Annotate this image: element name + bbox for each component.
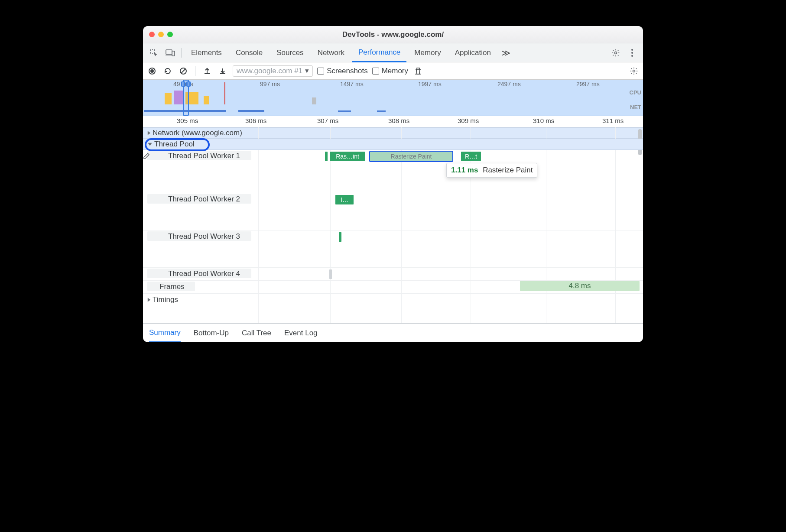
reload-record-button[interactable]: [162, 65, 173, 77]
download-profile-button[interactable]: [217, 65, 228, 77]
btab-summary[interactable]: Summary: [149, 324, 181, 342]
cpu-activity: [312, 97, 316, 104]
section-timings[interactable]: Timings: [143, 294, 643, 305]
svg-point-6: [631, 55, 633, 57]
ruler-tick: 305 ms: [177, 117, 198, 124]
frames-label: Frames: [159, 282, 185, 291]
profile-name: www.google.com #1: [237, 67, 302, 75]
cpu-activity: [174, 91, 184, 104]
tab-application[interactable]: Application: [449, 43, 497, 62]
net-activity: [238, 110, 264, 112]
worker-row-3: Thread Pool Worker 3: [143, 230, 643, 268]
tab-elements[interactable]: Elements: [185, 43, 228, 62]
clear-button[interactable]: [178, 65, 189, 77]
memory-label: Memory: [382, 67, 408, 75]
overview-selection[interactable]: || ||: [183, 80, 189, 116]
flame-event[interactable]: [339, 232, 341, 242]
profile-dropdown[interactable]: www.google.com #1 ▾: [233, 65, 313, 77]
worker-row-1: Thread Pool Worker 1 Ras…int Rasterize P…: [143, 150, 643, 193]
inspect-element-icon[interactable]: [146, 45, 161, 60]
tab-memory[interactable]: Memory: [408, 43, 447, 62]
frames-row[interactable]: Frames 4.8 ms: [143, 281, 643, 294]
devtools-window: DevTools - www.google.com/ Elements Cons…: [143, 26, 643, 342]
svg-point-4: [631, 49, 633, 51]
selection-handle-left[interactable]: ||: [181, 81, 185, 87]
section-network[interactable]: Network (www.google.com): [143, 127, 643, 139]
tab-sources[interactable]: Sources: [270, 43, 309, 62]
tab-console[interactable]: Console: [230, 43, 269, 62]
kebab-menu-icon[interactable]: [625, 45, 640, 60]
svg-rect-1: [166, 50, 172, 54]
btab-event-log[interactable]: Event Log: [284, 324, 318, 343]
selection-handle-right[interactable]: ||: [186, 81, 191, 87]
collapse-icon: [148, 143, 152, 146]
svg-point-3: [615, 52, 617, 54]
expand-icon: [148, 298, 150, 302]
flame-event[interactable]: Ras…int: [330, 152, 365, 161]
event-tooltip: 1.11 ms Rasterize Paint: [446, 163, 537, 178]
tab-network[interactable]: Network: [312, 43, 351, 62]
screenshots-checkbox[interactable]: Screenshots: [317, 67, 368, 75]
settings-icon[interactable]: [608, 45, 623, 60]
upload-profile-button[interactable]: [201, 65, 213, 77]
garbage-collect-icon[interactable]: [412, 65, 424, 77]
flame-chart[interactable]: Network (www.google.com) Thread Pool Thr…: [143, 127, 643, 323]
memory-checkbox[interactable]: Memory: [372, 67, 408, 75]
ruler-tick: 310 ms: [533, 117, 554, 124]
perf-toolbar: www.google.com #1 ▾ Screenshots Memory: [143, 62, 643, 80]
separator: [195, 66, 195, 76]
record-button[interactable]: [146, 65, 158, 77]
cpu-activity: [204, 96, 209, 104]
worker-row-4: Thread Pool Worker 4: [143, 268, 643, 281]
net-activity: [338, 110, 351, 112]
capture-settings-icon[interactable]: [628, 65, 640, 77]
section-label: Thread Pool: [154, 140, 195, 149]
worker-row-2: Thread Pool Worker 2 I…: [143, 193, 643, 230]
svg-point-10: [633, 70, 635, 72]
separator: [181, 48, 182, 58]
flame-event[interactable]: R…t: [461, 152, 481, 161]
window-title: DevTools - www.google.com/: [143, 30, 643, 39]
section-thread-pool[interactable]: Thread Pool: [143, 139, 643, 150]
tooltip-duration: 1.11 ms: [451, 166, 478, 174]
flame-event-selected[interactable]: Rasterize Paint: [370, 152, 452, 161]
device-toolbar-icon[interactable]: [163, 45, 178, 60]
cpu-activity: [165, 93, 172, 104]
overview-cpu-label: CPU: [630, 89, 641, 96]
overview-timeline[interactable]: 497 ms 997 ms 1497 ms 1997 ms 2497 ms 29…: [143, 80, 643, 116]
screenshots-label: Screenshots: [327, 67, 368, 75]
titlebar: DevTools - www.google.com/: [143, 26, 643, 43]
flame-event[interactable]: [329, 269, 332, 279]
flame-event[interactable]: [325, 152, 328, 161]
chevron-down-icon: ▾: [305, 66, 309, 75]
tooltip-name: Rasterize Paint: [483, 166, 533, 174]
overview-net-label: NET: [630, 104, 641, 110]
net-activity: [377, 110, 386, 112]
flame-event[interactable]: I…: [335, 195, 354, 204]
panel-tabs: Elements Console Sources Network Perform…: [143, 43, 643, 62]
btab-bottom-up[interactable]: Bottom-Up: [194, 324, 229, 343]
marker: [224, 82, 225, 104]
ruler-tick: 306 ms: [245, 117, 266, 124]
ruler-tick: 309 ms: [458, 117, 479, 124]
frame-block[interactable]: 4.8 ms: [520, 281, 640, 291]
ruler-tick: 311 ms: [602, 117, 624, 124]
ruler-tick: 307 ms: [317, 117, 338, 124]
btab-call-tree[interactable]: Call Tree: [242, 324, 271, 343]
ruler-tick: 308 ms: [388, 117, 409, 124]
tabs-overflow-button[interactable]: ≫: [499, 43, 513, 62]
details-tabs: Summary Bottom-Up Call Tree Event Log: [143, 323, 643, 342]
section-label: Network (www.google.com): [153, 129, 242, 137]
svg-point-5: [631, 52, 633, 54]
checkbox-icon: [372, 68, 379, 75]
tab-performance[interactable]: Performance: [352, 43, 406, 62]
section-label: Timings: [153, 295, 178, 304]
svg-point-8: [150, 69, 154, 73]
expand-icon: [148, 131, 150, 135]
ruler[interactable]: 305 ms 306 ms 307 ms 308 ms 309 ms 310 m…: [143, 116, 643, 127]
checkbox-icon: [317, 68, 324, 75]
